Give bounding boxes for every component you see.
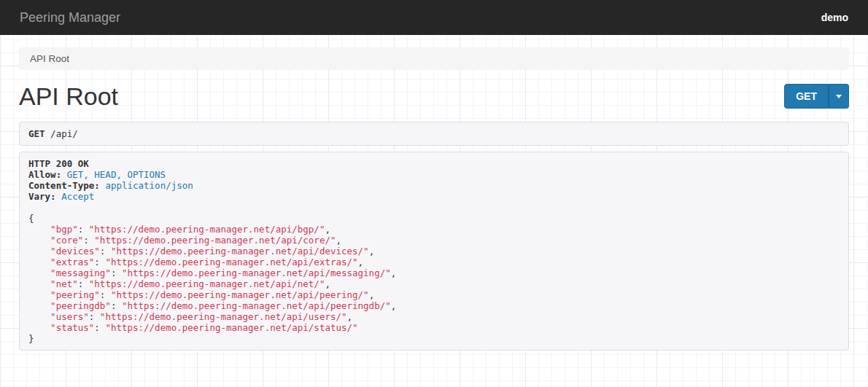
response-header-value: application/json: [105, 180, 193, 191]
response-header-name: Vary:: [28, 191, 56, 202]
response-header-name: Content-Type:: [28, 180, 100, 191]
json-key: "status": [50, 322, 94, 333]
top-navbar: Peering Manager demo: [0, 0, 868, 35]
page-title: API Root: [19, 79, 118, 113]
json-value: "https://demo.peering-manager.net/api/co…: [94, 235, 336, 246]
json-value: "https://demo.peering-manager.net/api/me…: [122, 267, 391, 278]
json-value: "https://demo.peering-manager.net/api/us…: [100, 311, 347, 322]
caret-down-icon: [836, 95, 842, 98]
response-header-name: Allow:: [28, 169, 61, 180]
json-key: "extras": [50, 257, 94, 267]
request-info: GET /api/: [19, 122, 849, 146]
main-container: API Root API Root GET GET /api/ HTTP 200…: [19, 47, 849, 351]
breadcrumb: API Root: [19, 47, 849, 70]
json-value: "https://demo.peering-manager.net/api/pe…: [111, 289, 369, 300]
json-key: "users": [50, 311, 89, 322]
breadcrumb-item-api-root: API Root: [30, 53, 838, 64]
json-value: "https://demo.peering-manager.net/api/bg…: [89, 224, 325, 235]
json-value: "https://demo.peering-manager.net/api/ex…: [105, 257, 357, 267]
get-button[interactable]: GET: [784, 84, 829, 109]
response-header-value: Accept: [61, 191, 94, 202]
json-key: "bgp": [50, 224, 78, 235]
brand-link[interactable]: Peering Manager: [20, 10, 120, 26]
json-key: "core": [50, 235, 83, 246]
json-close-brace: }: [28, 333, 34, 344]
json-open-brace: {: [28, 213, 34, 224]
json-value: "https://demo.peering-manager.net/api/st…: [105, 322, 357, 333]
request-method: GET: [28, 128, 45, 139]
user-menu[interactable]: demo: [821, 12, 848, 23]
json-key: "peering": [50, 289, 100, 300]
get-button-group: GET: [784, 84, 849, 109]
json-value: "https://demo.peering-manager.net/api/de…: [111, 246, 369, 257]
json-key: "messaging": [50, 267, 111, 278]
json-key: "net": [50, 278, 78, 289]
json-key: "devices": [50, 246, 100, 257]
request-path: /api/: [50, 128, 78, 139]
page-header: API Root GET: [19, 79, 849, 113]
response-header-value: GET, HEAD, OPTIONS: [67, 169, 166, 180]
json-key: "peeringdb": [50, 300, 111, 311]
get-dropdown-toggle[interactable]: [829, 84, 849, 109]
json-value: "https://demo.peering-manager.net/api/ne…: [89, 278, 325, 289]
response-info: HTTP 200 OK Allow: GET, HEAD, OPTIONS Co…: [19, 152, 849, 351]
response-status-line: HTTP 200 OK: [28, 158, 89, 169]
json-value: "https://demo.peering-manager.net/api/pe…: [122, 300, 391, 311]
